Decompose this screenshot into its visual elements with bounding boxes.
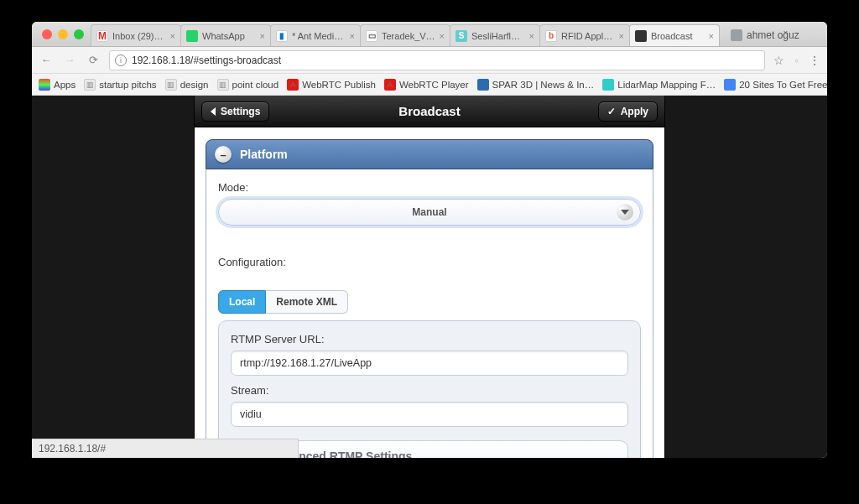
page-header: Settings Broadcast ✓ Apply [195,96,664,127]
bm-20sites[interactable]: 20 Sites To Get Free… [724,79,827,91]
browser-window: M Inbox (29) - ahme × WhatsApp × ▮ * Ant… [32,22,827,458]
tab-rfid[interactable]: b RFID Applications × [539,24,630,46]
tab-broadcast[interactable]: Broadcast × [629,24,720,46]
whatsapp-icon [186,30,198,42]
back-button[interactable]: ← [39,54,54,66]
bm-label: SPAR 3D | News & In… [492,80,595,90]
bm-label: LidarMap Mapping F… [617,80,716,90]
tab-label: SesliHarfler Adver [471,31,525,41]
window-controls[interactable] [42,29,84,39]
zoom-window-icon[interactable] [74,29,84,39]
tab-local[interactable]: Local [218,290,266,314]
apply-label: Apply [621,106,648,117]
close-tab-icon[interactable]: × [440,31,445,41]
tab-label: Broadcast [651,31,705,41]
bm-webrtc-player[interactable]: AWebRTC Player [384,79,469,91]
close-tab-icon[interactable]: × [170,31,175,41]
apps-icon [39,79,50,91]
tab-gmail[interactable]: M Inbox (29) - ahme × [91,24,181,46]
vidiu-page: Settings Broadcast ✓ Apply – Platform Mo… [194,96,665,458]
bm-label: design [180,80,209,90]
folder-icon: ▥ [84,79,96,91]
chevron-left-icon [211,107,216,116]
reload-button[interactable]: ⟳ [86,54,101,66]
address-bar[interactable]: i 192.168.1.18/#settings-broadcast [109,50,765,70]
bm-spar3d[interactable]: SPAR 3D | News & In… [477,79,595,91]
site-icon [477,79,489,91]
configuration-label: Configuration: [218,256,641,268]
site-icon [602,79,614,91]
tab-remote-xml[interactable]: Remote XML [266,290,348,314]
profile-name: ahmet oğuz [747,29,799,41]
bm-folder-startup[interactable]: ▥startup pitchs [84,79,156,91]
mode-select[interactable]: Manual [218,199,641,226]
bm-folder-design[interactable]: ▥design [165,79,209,91]
site-info-icon[interactable]: i [115,55,127,66]
bm-label: startup pitchs [99,80,156,90]
site-icon: b [545,30,557,42]
apply-button[interactable]: ✓ Apply [598,101,658,122]
toolbar-icons: ☆ ◦ ⋮ [773,54,820,67]
panel-wrap: – Platform Mode: Manual Configuration: L… [195,127,664,458]
star-icon[interactable]: ☆ [773,54,784,67]
tab-label: Teradek_VidiU_Pro [382,31,435,41]
rtmp-url-input[interactable] [231,351,628,376]
close-window-icon[interactable] [42,29,52,39]
close-tab-icon[interactable]: × [529,31,534,41]
config-panel: RTMP Server URL: Stream: + Advanced RTMP… [218,320,641,458]
mode-label: Mode: [218,181,641,194]
extension-icon[interactable]: ◦ [794,54,799,67]
forward-button[interactable]: → [62,54,77,66]
platform-section-header[interactable]: – Platform [206,139,653,169]
site-icon [724,79,736,91]
tab-sesliharfler[interactable]: S SesliHarfler Adver × [450,24,540,46]
section-title: Platform [240,148,288,161]
menu-icon[interactable]: ⋮ [809,54,820,67]
tab-strip: M Inbox (29) - ahme × WhatsApp × ▮ * Ant… [32,22,827,47]
gmail-icon: M [96,30,108,42]
config-tabs: Local Remote XML [218,290,641,314]
bm-webrtc-publish[interactable]: AWebRTC Publish [287,79,376,91]
angular-icon: A [287,79,299,91]
minimize-window-icon[interactable] [58,29,68,39]
bm-label: point cloud [232,80,279,90]
check-icon: ✓ [607,106,616,117]
tab-trello[interactable]: ▮ * Ant Media | Trell × [270,24,361,46]
vidiu-icon [635,30,647,42]
bm-label: 20 Sites To Get Free… [739,80,827,90]
close-tab-icon[interactable]: × [619,31,624,41]
bm-label: WebRTC Publish [302,80,376,90]
tab-teradek[interactable]: ▭ Teradek_VidiU_Pro × [360,24,450,46]
trello-icon: ▮ [276,30,288,42]
apps-shortcut[interactable]: Apps [39,79,75,91]
stream-label: Stream: [231,384,628,397]
tab-label: * Ant Media | Trell [292,31,346,41]
back-to-settings-button[interactable]: Settings [201,101,269,122]
tab-label: WhatsApp [202,31,256,41]
mode-value: Manual [412,206,446,218]
platform-section-body: Mode: Manual Configuration: Local Remote… [206,169,653,458]
nav-bar: ← → ⟳ i 192.168.1.18/#settings-broadcast… [32,47,827,74]
folder-icon: ▥ [165,79,177,91]
page-icon: ▭ [366,30,377,42]
status-bar: 192.168.1.18/# [32,439,299,458]
site-icon: S [456,30,467,42]
chevron-down-icon [617,204,633,221]
back-label: Settings [221,106,260,117]
close-tab-icon[interactable]: × [709,31,714,41]
bm-label: WebRTC Player [399,80,469,90]
chrome-profile[interactable]: ahmet oğuz [719,24,811,46]
bm-folder-pointcloud[interactable]: ▥point cloud [217,79,279,91]
page-viewport: Settings Broadcast ✓ Apply – Platform Mo… [32,96,827,458]
close-tab-icon[interactable]: × [260,31,265,41]
angular-icon: A [384,79,396,91]
rtmp-url-label: RTMP Server URL: [231,333,628,346]
url-text: 192.168.1.18/#settings-broadcast [132,55,281,66]
tab-label: RFID Applications [561,31,615,41]
collapse-icon[interactable]: – [215,146,232,163]
tab-whatsapp[interactable]: WhatsApp × [180,24,271,46]
tab-label: Inbox (29) - ahme [112,31,166,41]
stream-input[interactable] [231,402,628,427]
close-tab-icon[interactable]: × [350,31,355,41]
bm-lidarmap[interactable]: LidarMap Mapping F… [602,79,716,91]
